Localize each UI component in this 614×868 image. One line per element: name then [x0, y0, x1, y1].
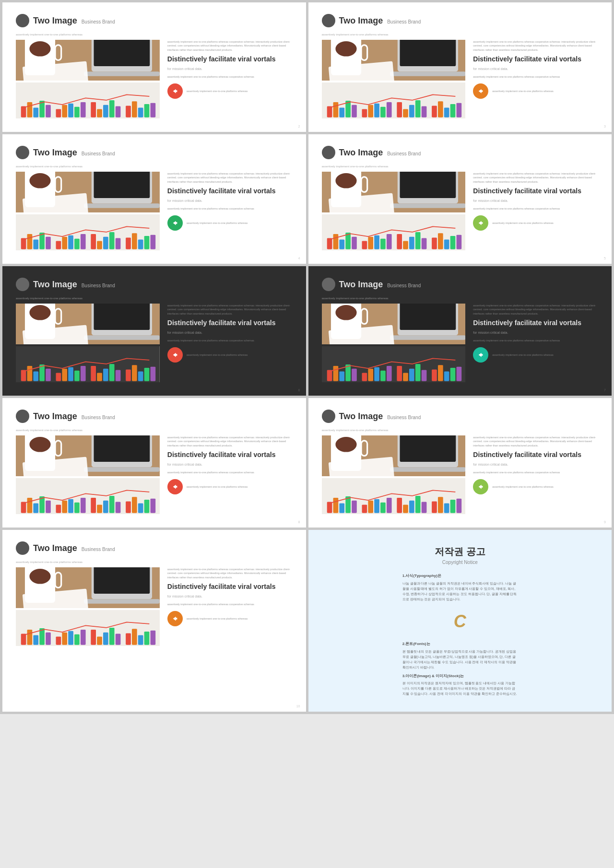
- page-number: 4: [298, 257, 300, 260]
- header-circle: [16, 541, 29, 555]
- svg-rect-252: [33, 635, 38, 645]
- svg-rect-224: [352, 501, 357, 513]
- arrow-icon: [172, 352, 178, 358]
- images-column: [322, 172, 466, 250]
- svg-rect-4: [84, 71, 160, 76]
- svg-rect-214: [390, 467, 465, 471]
- accent-icon-circle: [473, 479, 488, 494]
- svg-rect-113: [415, 232, 420, 249]
- svg-rect-16: [62, 105, 67, 117]
- slide-9: Two Image Business Brand assertively imp…: [2, 530, 306, 712]
- svg-rect-165: [362, 373, 367, 381]
- svg-rect-175: [432, 369, 437, 381]
- slide-header: Two Image Business Brand: [16, 541, 293, 555]
- accent-icon-circle: [473, 215, 488, 231]
- image-bottom: [322, 346, 466, 382]
- slide-title: Two Image: [339, 411, 383, 422]
- svg-rect-41: [333, 102, 338, 117]
- body-text-1: assertively implement one-to-one platfor…: [167, 304, 293, 316]
- svg-rect-56: [437, 101, 443, 117]
- svg-rect-237: [444, 504, 449, 513]
- svg-rect-130: [21, 370, 26, 381]
- svg-rect-45: [362, 109, 367, 117]
- accent-icon-circle: [167, 611, 183, 626]
- icon-row: assertively implement one-to-one platfor…: [167, 83, 293, 99]
- svg-rect-104: [352, 237, 357, 249]
- svg-rect-115: [432, 237, 437, 249]
- content-column: assertively implement one-to-one platfor…: [167, 304, 293, 382]
- image-top: [16, 567, 160, 608]
- header-circle: [16, 278, 29, 291]
- svg-rect-47: [374, 104, 379, 117]
- svg-rect-176: [437, 365, 443, 381]
- body-text-2: assertively implement one-to-one platfor…: [167, 75, 293, 79]
- image-top: [322, 435, 466, 476]
- copyright-title: 저작권 공고: [435, 545, 485, 558]
- image-bottom: [322, 82, 466, 118]
- svg-rect-57: [444, 108, 449, 117]
- slide-title: Two Image: [339, 280, 383, 290]
- slide-3: Two Image Business Brand assertively imp…: [2, 134, 306, 264]
- svg-rect-146: [132, 365, 137, 381]
- heading-large: Distinctively facilitate viral vortals f…: [473, 318, 598, 336]
- svg-rect-147: [138, 372, 143, 381]
- heading-large: Distinctively facilitate viral vortals f…: [473, 450, 598, 468]
- svg-rect-77: [68, 235, 73, 249]
- images-column: [16, 567, 160, 646]
- slide-tagline: assertively implement one-to-one platfor…: [322, 297, 599, 300]
- svg-rect-220: [327, 502, 332, 513]
- svg-rect-93: [400, 172, 456, 198]
- svg-rect-213: [400, 435, 456, 462]
- image-top: [322, 304, 466, 344]
- svg-rect-52: [409, 105, 414, 117]
- svg-rect-232: [409, 501, 414, 513]
- accent-icon-circle: [473, 83, 488, 99]
- svg-rect-142: [103, 369, 108, 381]
- icon-caption: assertively implement one-to-one platfor…: [187, 485, 248, 489]
- svg-rect-42: [339, 108, 344, 117]
- image-bottom: [16, 214, 160, 250]
- content-column: assertively implement one-to-one platfor…: [167, 567, 293, 646]
- svg-rect-154: [390, 335, 465, 340]
- svg-rect-119: [456, 235, 461, 249]
- page-number: 6: [298, 388, 300, 392]
- svg-rect-149: [150, 367, 155, 381]
- svg-rect-231: [403, 504, 408, 513]
- svg-rect-265: [126, 633, 131, 645]
- slide-tagline: assertively implement one-to-one platfor…: [322, 165, 599, 168]
- slide-header: Two Image Business Brand: [322, 278, 599, 291]
- svg-rect-192: [33, 504, 38, 513]
- svg-rect-102: [339, 240, 344, 249]
- content-column: assertively implement one-to-one platfor…: [473, 172, 598, 250]
- header-circle: [322, 14, 335, 27]
- svg-rect-87: [138, 240, 143, 249]
- svg-rect-164: [352, 369, 357, 381]
- slide-subtitle: Business Brand: [387, 283, 421, 288]
- svg-rect-100: [327, 238, 332, 249]
- icon-row: assertively implement one-to-one platfor…: [473, 347, 598, 363]
- section1-text: 나눔 글꼴과 다른 나눔 글꼴의 저작권은 네이버 주식회사에 있습니다. 나눔…: [402, 581, 518, 602]
- slide-8: Two Image Business Brand assertively imp…: [308, 398, 612, 528]
- svg-rect-75: [56, 241, 61, 249]
- icon-caption: assertively implement one-to-one platfor…: [492, 485, 553, 489]
- icon-row: assertively implement one-to-one platfor…: [473, 479, 598, 494]
- slide-title: Two Image: [339, 148, 383, 158]
- svg-rect-80: [91, 234, 96, 249]
- heading-large: Distinctively facilitate viral vortals f…: [167, 582, 293, 599]
- svg-rect-79: [81, 234, 86, 249]
- slide-title: Two Image: [33, 148, 77, 158]
- svg-rect-205: [126, 501, 131, 513]
- svg-rect-259: [81, 630, 86, 645]
- svg-rect-12: [33, 108, 38, 117]
- svg-rect-112: [409, 237, 414, 249]
- svg-rect-168: [380, 371, 386, 381]
- svg-rect-197: [68, 499, 73, 513]
- svg-rect-40: [327, 106, 332, 117]
- svg-rect-263: [109, 628, 115, 645]
- arrow-icon: [477, 220, 484, 226]
- svg-rect-28: [144, 104, 150, 117]
- accent-icon-circle: [473, 347, 488, 363]
- svg-rect-169: [386, 366, 391, 381]
- svg-rect-254: [46, 633, 51, 645]
- body-text-2: assertively implement one-to-one platfor…: [473, 339, 598, 342]
